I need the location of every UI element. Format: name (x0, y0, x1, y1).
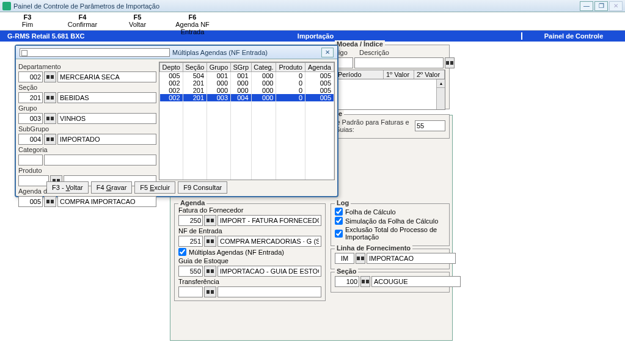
window-restore-button[interactable]: ❐ (594, 1, 608, 11)
app-version: G-RMS Retail 5.681 BXC (0, 32, 110, 40)
svg-rect-6 (207, 269, 210, 273)
grid-header[interactable]: Grupo (207, 63, 231, 72)
log-folha-checkbox[interactable] (335, 208, 343, 216)
binoculars-icon (46, 73, 54, 81)
log-exclusao-checkbox[interactable] (335, 230, 343, 238)
nf-text[interactable] (217, 236, 321, 247)
grid-header[interactable]: Categ. (251, 63, 276, 72)
table-row[interactable]: 0022010000000000005 (160, 87, 334, 94)
binoculars-icon (46, 198, 54, 205)
fn-f4[interactable]: F4Confirmar (55, 12, 110, 30)
transf-code-input[interactable] (178, 286, 203, 297)
f3-voltar-button[interactable]: F3 - Voltar (46, 181, 89, 194)
categoria-label: Categoria (18, 146, 156, 153)
categoria-code[interactable] (18, 155, 43, 166)
binoculars-icon (206, 217, 214, 224)
table-row (160, 145, 334, 153)
fatura-text[interactable] (217, 215, 321, 226)
scrollbar[interactable]: ▴ (436, 79, 445, 109)
dialog-title: Múltiplas Agendas (NF Entrada) (172, 49, 321, 56)
secao-text-modal[interactable] (57, 92, 156, 103)
departamento-label: Departamento (18, 63, 156, 70)
departamento-search[interactable] (44, 71, 56, 82)
fn-f3[interactable]: F3Fim (0, 12, 55, 30)
f5-excluir-button[interactable]: F5 Excluir (134, 181, 175, 194)
transf-text[interactable] (217, 286, 321, 297)
svg-rect-20 (46, 137, 49, 141)
svg-rect-11 (361, 257, 364, 260)
f9-consultar-button[interactable]: F9 Consultar (178, 181, 227, 194)
agendas-grid[interactable]: DeptoSeçãoGrupoSGrpCateg.ProdutoAgenda00… (159, 62, 335, 180)
grupo-code[interactable] (18, 113, 43, 124)
secao-search-button[interactable] (360, 276, 370, 287)
linha-search-button[interactable] (356, 253, 365, 264)
f4-gravar-button[interactable]: F4 Gravar (91, 181, 133, 194)
grupo-search[interactable] (44, 113, 56, 124)
produto-code[interactable] (18, 175, 49, 186)
svg-rect-15 (51, 75, 54, 79)
secao-group-title: Seção (335, 268, 358, 275)
fn-f6[interactable]: F6Agenda NF Entrada (165, 12, 220, 30)
linha-code-input[interactable] (335, 253, 354, 264)
module-title: Importação (110, 32, 521, 40)
log-simulacao-checkbox[interactable] (335, 217, 343, 225)
nf-search-button[interactable] (204, 236, 216, 247)
grid-header[interactable]: Seção (183, 63, 207, 72)
subgrupo-text[interactable] (57, 134, 156, 145)
window-minimize-button[interactable]: — (580, 1, 593, 11)
guia-code-input[interactable] (178, 266, 203, 277)
linha-text[interactable] (367, 253, 456, 264)
grupo-label: Grupo (18, 104, 156, 112)
secao-code-input[interactable] (335, 276, 359, 287)
table-row (160, 175, 334, 180)
binoculars-icon (206, 238, 214, 245)
subgrupo-search[interactable] (44, 134, 56, 145)
table-row (160, 101, 334, 109)
nf-code-input[interactable] (178, 236, 203, 247)
guia-label: Guia de Estoque (178, 257, 228, 264)
fatura-code-input[interactable] (178, 215, 203, 226)
grid-header[interactable]: Depto (160, 63, 183, 72)
dialog-titlebar[interactable]: Múltiplas Agendas (NF Entrada) ✕ (16, 46, 337, 59)
grupo-text[interactable] (57, 113, 156, 124)
table-row (160, 131, 334, 138)
agenda-code[interactable] (18, 196, 43, 207)
departamento-text[interactable] (57, 71, 156, 82)
nf-label: NF de Entrada (178, 227, 222, 235)
agenda-search[interactable] (44, 196, 56, 207)
svg-rect-25 (51, 200, 54, 203)
window-title: Painel de Controle de Parâmetros de Impo… (13, 2, 580, 10)
fn-f5[interactable]: F5Voltar (110, 12, 165, 30)
svg-rect-2 (207, 219, 210, 222)
departamento-code[interactable] (18, 71, 43, 82)
secao-text[interactable] (371, 276, 461, 287)
moeda-search-button[interactable] (445, 57, 455, 68)
table-row (160, 109, 334, 116)
grid-header[interactable]: Agenda (305, 63, 334, 72)
serie-input[interactable] (415, 120, 445, 131)
dialog-close-button[interactable]: ✕ (321, 48, 334, 57)
scroll-up-icon[interactable]: ▴ (437, 79, 445, 88)
svg-rect-16 (46, 96, 49, 100)
grid-header[interactable]: Produto (276, 63, 305, 72)
multiplas-agendas-checkbox[interactable] (178, 248, 186, 256)
guia-search-button[interactable] (204, 266, 216, 277)
svg-rect-9 (211, 290, 214, 294)
agenda-text[interactable] (57, 196, 156, 207)
grid-header[interactable]: SGrp (231, 63, 252, 72)
guia-text[interactable] (217, 266, 321, 277)
table-row[interactable]: 0055040010010000005 (160, 72, 334, 80)
secao-code[interactable] (18, 92, 43, 103)
svg-rect-24 (46, 200, 49, 203)
table-row[interactable]: 0022010000000000005 (160, 79, 334, 87)
fatura-search-button[interactable] (204, 215, 216, 226)
categoria-text[interactable] (44, 155, 156, 166)
window-close-button[interactable]: ✕ (609, 1, 623, 11)
secao-search[interactable] (44, 92, 56, 103)
moeda-list[interactable]: ▴ (335, 79, 445, 110)
transf-search-button[interactable] (204, 286, 216, 297)
subgrupo-code[interactable] (18, 134, 43, 145)
descricao-label: Descrição (359, 49, 389, 56)
moeda-descricao-input[interactable] (354, 57, 444, 68)
table-row[interactable]: 0022010030040000005 (160, 94, 334, 101)
